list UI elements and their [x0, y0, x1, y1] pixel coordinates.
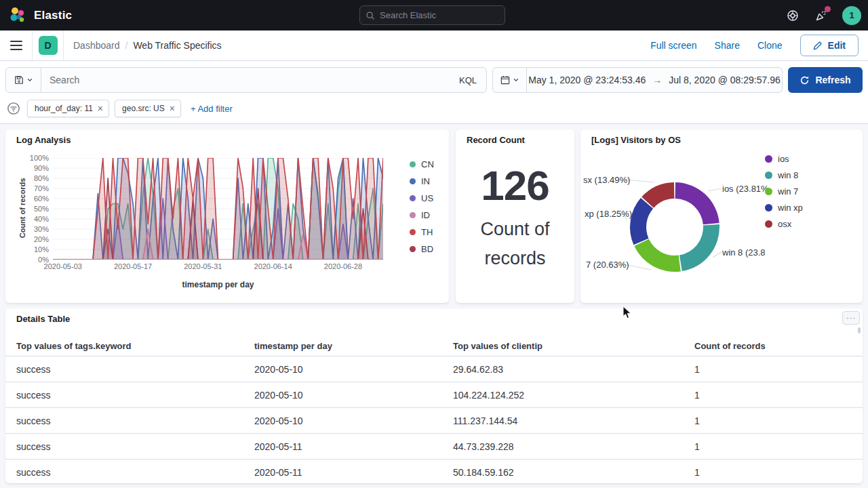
slice-callout: xp (18.25%): [585, 209, 632, 219]
legend-item[interactable]: CN: [410, 159, 434, 169]
slice-callout: win 8 (23.8: [722, 247, 766, 258]
search-icon: [366, 11, 375, 20]
saved-query-button[interactable]: [6, 68, 41, 92]
filter-pill-geo-src[interactable]: geo.src: US ×: [115, 100, 181, 117]
legend-label: CN: [421, 159, 434, 169]
refresh-button[interactable]: Refresh: [788, 67, 863, 93]
add-filter-button[interactable]: + Add filter: [191, 104, 233, 114]
table-row: success2020-05-10111.237.144.541: [5, 408, 863, 434]
slice-callout: sx (13.49%): [583, 175, 630, 185]
brand-group[interactable]: Elastic: [0, 6, 72, 25]
column-header[interactable]: timestamp per day: [254, 341, 453, 351]
global-header: Elastic: [0, 0, 868, 30]
panel-title: Record Count: [456, 129, 525, 145]
legend-swatch: [410, 178, 416, 184]
query-input[interactable]: [41, 75, 450, 85]
hamburger-icon: [10, 41, 22, 50]
table-cell: 2020-05-11: [254, 441, 453, 452]
page-title: Web Traffic Specifics: [133, 40, 221, 51]
legend-swatch: [765, 188, 772, 195]
legend-label: TH: [421, 227, 433, 237]
newsfeed-button[interactable]: [814, 8, 829, 23]
remove-filter-button[interactable]: ×: [96, 102, 104, 115]
menu-button[interactable]: [0, 30, 33, 61]
date-end[interactable]: Jul 8, 2020 @ 08:29:57.96: [669, 75, 780, 85]
date-range[interactable]: May 1, 2020 @ 23:24:53.46 → Jul 8, 2020 …: [527, 75, 782, 85]
full-screen-button[interactable]: Full screen: [650, 40, 696, 51]
legend-item[interactable]: win 7: [765, 186, 803, 197]
slice-callout: 7 (20.63%): [586, 260, 629, 270]
clone-button[interactable]: Clone: [757, 40, 783, 51]
x-tick-label: 2020-05-03: [44, 262, 82, 270]
y-tick-label: 30%: [34, 225, 49, 233]
legend-item[interactable]: ios: [765, 154, 803, 164]
legend-item[interactable]: BD: [410, 244, 434, 254]
help-button[interactable]: [785, 8, 800, 23]
table-row: success2020-05-10104.224.124.2521: [5, 382, 863, 408]
table-cell: 1: [694, 364, 863, 375]
notification-dot: [825, 6, 831, 12]
os-legend: ioswin 8win 7win xposx: [765, 154, 803, 229]
legend-item[interactable]: US: [410, 193, 434, 203]
column-header[interactable]: Top values of tags.keyword: [16, 341, 254, 351]
breadcrumb-dashboard[interactable]: Dashboard: [73, 40, 120, 51]
log-analysis-plot[interactable]: [53, 158, 383, 260]
legend-item[interactable]: win xp: [765, 203, 803, 213]
edit-button[interactable]: Edit: [800, 35, 859, 56]
global-search-input[interactable]: [380, 10, 499, 20]
legend-label: ID: [421, 210, 430, 220]
table-cell: 104.224.124.252: [453, 390, 694, 401]
table-cell: success: [16, 390, 254, 401]
user-avatar[interactable]: 1: [842, 6, 861, 25]
panel-options-button[interactable]: ···: [842, 311, 860, 325]
log-legend: CNINUSIDTHBD: [410, 159, 434, 254]
elastic-logo: [8, 6, 27, 25]
y-tick-label: 10%: [34, 245, 49, 253]
y-tick-label: 80%: [34, 174, 49, 182]
dashboard-canvas: Log Analysis Count of records 100%90%80%…: [0, 124, 868, 488]
log-x-axis: 2020-05-032020-05-172020-05-312020-06-14…: [5, 262, 449, 273]
filter-pill-label: hour_of_day: 11: [35, 104, 93, 113]
brand-name: Elastic: [34, 9, 72, 22]
y-tick-label: 60%: [34, 195, 49, 203]
global-search[interactable]: [359, 5, 505, 25]
x-tick-label: 2020-05-17: [114, 262, 152, 270]
donut-slice: [630, 198, 653, 245]
remove-filter-button[interactable]: ×: [168, 102, 176, 115]
app-icon-wrap[interactable]: D: [33, 30, 64, 61]
avatar-initial: 1: [849, 10, 854, 20]
filter-pill-hour-of-day[interactable]: hour_of_day: 11 ×: [27, 100, 109, 117]
legend-item[interactable]: IN: [410, 176, 434, 186]
legend-label: osx: [778, 219, 791, 229]
query-bar: KQL May 1, 2020 @ 23:24:53.46 → Jul 8, 2…: [0, 61, 868, 96]
table-cell: 111.237.144.54: [453, 415, 694, 426]
refresh-label: Refresh: [815, 75, 850, 85]
legend-label: BD: [421, 244, 433, 254]
query-input-wrap: KQL: [5, 67, 487, 93]
x-tick-label: 2020-06-28: [324, 262, 362, 270]
scrollbar-thumb[interactable]: [858, 327, 861, 333]
filter-menu-button[interactable]: [5, 100, 22, 117]
share-button[interactable]: Share: [715, 40, 740, 51]
legend-label: ios: [778, 154, 789, 164]
column-header[interactable]: Top values of clientip: [453, 341, 694, 351]
table-cell: success: [16, 467, 254, 478]
legend-item[interactable]: osx: [765, 219, 803, 229]
details-table-body: success2020-05-1029.64.62.831success2020…: [5, 357, 863, 483]
legend-item[interactable]: ID: [410, 210, 434, 220]
table-row: success2020-05-1144.73.239.2281: [5, 434, 863, 460]
metric-label: Count of records: [465, 215, 566, 273]
filter-bar: hour_of_day: 11 × geo.src: US × + Add fi…: [0, 96, 868, 124]
calendar-button[interactable]: [493, 68, 527, 92]
column-header[interactable]: Count of records: [694, 341, 863, 351]
date-start[interactable]: May 1, 2020 @ 23:24:53.46: [528, 75, 646, 85]
kql-button[interactable]: KQL: [450, 68, 486, 92]
table-cell: 1: [694, 441, 863, 452]
legend-item[interactable]: TH: [410, 227, 434, 237]
metric-value: 126: [481, 161, 549, 209]
legend-item[interactable]: win 8: [765, 170, 803, 180]
chevron-down-icon: [26, 77, 33, 83]
table-row: success2020-05-1029.64.62.831: [5, 357, 863, 382]
pencil-icon: [813, 41, 823, 50]
table-cell: 50.184.59.162: [453, 467, 694, 478]
